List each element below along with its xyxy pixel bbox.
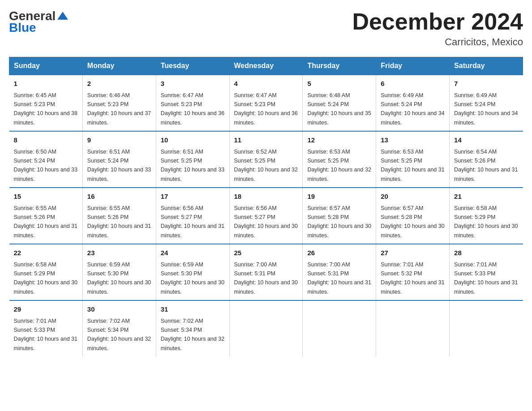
day-info: Sunrise: 6:58 AMSunset: 5:29 PMDaylight:… — [14, 261, 77, 295]
day-number: 6 — [381, 79, 445, 89]
calendar-cell: 12 Sunrise: 6:53 AMSunset: 5:25 PMDaylig… — [303, 131, 376, 188]
calendar-cell: 25 Sunrise: 7:00 AMSunset: 5:31 PMDaylig… — [229, 244, 303, 300]
day-info: Sunrise: 7:02 AMSunset: 5:34 PMDaylight:… — [161, 318, 224, 351]
day-info: Sunrise: 6:47 AMSunset: 5:23 PMDaylight:… — [234, 92, 298, 126]
day-info: Sunrise: 6:59 AMSunset: 5:30 PMDaylight:… — [161, 261, 224, 295]
week-row-1: 1 Sunrise: 6:45 AMSunset: 5:23 PMDayligh… — [9, 75, 523, 131]
day-info: Sunrise: 6:51 AMSunset: 5:25 PMDaylight:… — [161, 149, 224, 182]
calendar-cell: 20 Sunrise: 6:57 AMSunset: 5:28 PMDaylig… — [376, 188, 450, 244]
header-thursday: Thursday — [303, 57, 376, 75]
calendar-cell: 23 Sunrise: 6:59 AMSunset: 5:30 PMDaylig… — [82, 244, 156, 300]
calendar-cell: 15 Sunrise: 6:55 AMSunset: 5:26 PMDaylig… — [9, 188, 83, 244]
day-info: Sunrise: 6:50 AMSunset: 5:24 PMDaylight:… — [14, 149, 77, 182]
day-number: 14 — [454, 135, 518, 146]
day-number: 25 — [234, 248, 298, 258]
day-number: 16 — [87, 192, 151, 202]
day-number: 23 — [87, 248, 151, 258]
weekday-header-row: Sunday Monday Tuesday Wednesday Thursday… — [9, 57, 523, 75]
header-tuesday: Tuesday — [156, 57, 229, 75]
day-number: 4 — [234, 79, 298, 89]
calendar-cell: 31 Sunrise: 7:02 AMSunset: 5:34 PMDaylig… — [156, 300, 229, 356]
day-info: Sunrise: 6:56 AMSunset: 5:27 PMDaylight:… — [234, 205, 298, 239]
logo: General Blue — [9, 9, 69, 35]
header-sunday: Sunday — [9, 57, 83, 75]
calendar-cell: 9 Sunrise: 6:51 AMSunset: 5:24 PMDayligh… — [82, 131, 156, 188]
day-number: 18 — [234, 192, 298, 202]
day-number: 9 — [87, 135, 151, 146]
day-info: Sunrise: 7:01 AMSunset: 5:32 PMDaylight:… — [381, 261, 444, 295]
day-info: Sunrise: 6:57 AMSunset: 5:28 PMDaylight:… — [381, 205, 444, 239]
day-number: 3 — [161, 79, 225, 89]
day-info: Sunrise: 7:01 AMSunset: 5:33 PMDaylight:… — [454, 261, 518, 295]
calendar-cell: 14 Sunrise: 6:54 AMSunset: 5:26 PMDaylig… — [450, 131, 523, 188]
day-number: 30 — [87, 304, 151, 315]
svg-marker-0 — [57, 12, 68, 20]
calendar-cell: 8 Sunrise: 6:50 AMSunset: 5:24 PMDayligh… — [9, 131, 83, 188]
calendar-cell: 11 Sunrise: 6:52 AMSunset: 5:25 PMDaylig… — [229, 131, 303, 188]
day-info: Sunrise: 6:59 AMSunset: 5:30 PMDaylight:… — [87, 261, 151, 295]
calendar-cell: 18 Sunrise: 6:56 AMSunset: 5:27 PMDaylig… — [229, 188, 303, 244]
day-info: Sunrise: 6:48 AMSunset: 5:24 PMDaylight:… — [307, 92, 371, 126]
day-info: Sunrise: 6:52 AMSunset: 5:25 PMDaylight:… — [234, 149, 298, 182]
day-number: 26 — [307, 248, 371, 258]
main-title: December 2024 — [352, 9, 523, 34]
day-info: Sunrise: 6:56 AMSunset: 5:27 PMDaylight:… — [161, 205, 224, 239]
day-info: Sunrise: 7:02 AMSunset: 5:34 PMDaylight:… — [87, 318, 151, 351]
day-number: 7 — [454, 79, 518, 89]
calendar-cell: 19 Sunrise: 6:57 AMSunset: 5:28 PMDaylig… — [303, 188, 376, 244]
header-friday: Friday — [376, 57, 450, 75]
page-header: General Blue December 2024 Carricitos, M… — [9, 9, 523, 48]
header-wednesday: Wednesday — [229, 57, 303, 75]
title-section: December 2024 Carricitos, Mexico — [352, 9, 523, 48]
calendar-cell — [376, 300, 450, 356]
calendar-cell: 16 Sunrise: 6:55 AMSunset: 5:26 PMDaylig… — [82, 188, 156, 244]
header-monday: Monday — [82, 57, 156, 75]
day-info: Sunrise: 6:54 AMSunset: 5:26 PMDaylight:… — [454, 149, 518, 182]
calendar-cell: 24 Sunrise: 6:59 AMSunset: 5:30 PMDaylig… — [156, 244, 229, 300]
calendar-table: Sunday Monday Tuesday Wednesday Thursday… — [9, 57, 523, 356]
calendar-cell — [303, 300, 376, 356]
day-number: 29 — [14, 304, 78, 315]
day-number: 12 — [307, 135, 371, 146]
week-row-2: 8 Sunrise: 6:50 AMSunset: 5:24 PMDayligh… — [9, 131, 523, 188]
calendar-cell: 4 Sunrise: 6:47 AMSunset: 5:23 PMDayligh… — [229, 75, 303, 131]
day-info: Sunrise: 6:53 AMSunset: 5:25 PMDaylight:… — [381, 149, 444, 182]
day-number: 15 — [14, 192, 78, 202]
calendar-cell: 22 Sunrise: 6:58 AMSunset: 5:29 PMDaylig… — [9, 244, 83, 300]
day-number: 2 — [87, 79, 151, 89]
calendar-cell: 10 Sunrise: 6:51 AMSunset: 5:25 PMDaylig… — [156, 131, 229, 188]
calendar-cell: 28 Sunrise: 7:01 AMSunset: 5:33 PMDaylig… — [450, 244, 523, 300]
day-number: 11 — [234, 135, 298, 146]
calendar-cell: 6 Sunrise: 6:49 AMSunset: 5:24 PMDayligh… — [376, 75, 450, 131]
logo-blue-text: Blue — [9, 21, 36, 35]
day-info: Sunrise: 6:57 AMSunset: 5:28 PMDaylight:… — [307, 205, 371, 239]
day-number: 27 — [381, 248, 445, 258]
day-number: 21 — [454, 192, 518, 202]
header-saturday: Saturday — [450, 57, 523, 75]
day-info: Sunrise: 6:58 AMSunset: 5:29 PMDaylight:… — [454, 205, 518, 239]
week-row-3: 15 Sunrise: 6:55 AMSunset: 5:26 PMDaylig… — [9, 188, 523, 244]
day-number: 24 — [161, 248, 225, 258]
day-info: Sunrise: 7:00 AMSunset: 5:31 PMDaylight:… — [234, 261, 298, 295]
week-row-5: 29 Sunrise: 7:01 AMSunset: 5:33 PMDaylig… — [9, 300, 523, 356]
day-number: 8 — [14, 135, 78, 146]
day-info: Sunrise: 7:00 AMSunset: 5:31 PMDaylight:… — [307, 261, 371, 295]
calendar-cell: 21 Sunrise: 6:58 AMSunset: 5:29 PMDaylig… — [450, 188, 523, 244]
day-number: 10 — [161, 135, 225, 146]
calendar-cell — [229, 300, 303, 356]
calendar-cell: 7 Sunrise: 6:49 AMSunset: 5:24 PMDayligh… — [450, 75, 523, 131]
day-number: 13 — [381, 135, 445, 146]
calendar-cell: 29 Sunrise: 7:01 AMSunset: 5:33 PMDaylig… — [9, 300, 83, 356]
day-info: Sunrise: 6:45 AMSunset: 5:23 PMDaylight:… — [14, 92, 77, 126]
day-number: 5 — [307, 79, 371, 89]
day-info: Sunrise: 6:46 AMSunset: 5:23 PMDaylight:… — [87, 92, 151, 126]
day-info: Sunrise: 6:55 AMSunset: 5:26 PMDaylight:… — [87, 205, 151, 239]
day-number: 28 — [454, 248, 518, 258]
calendar-cell: 1 Sunrise: 6:45 AMSunset: 5:23 PMDayligh… — [9, 75, 83, 131]
calendar-cell: 5 Sunrise: 6:48 AMSunset: 5:24 PMDayligh… — [303, 75, 376, 131]
subtitle: Carricitos, Mexico — [352, 36, 523, 48]
calendar-cell: 26 Sunrise: 7:00 AMSunset: 5:31 PMDaylig… — [303, 244, 376, 300]
day-number: 1 — [14, 79, 78, 89]
logo-arrow-icon — [56, 10, 69, 22]
calendar-cell: 13 Sunrise: 6:53 AMSunset: 5:25 PMDaylig… — [376, 131, 450, 188]
